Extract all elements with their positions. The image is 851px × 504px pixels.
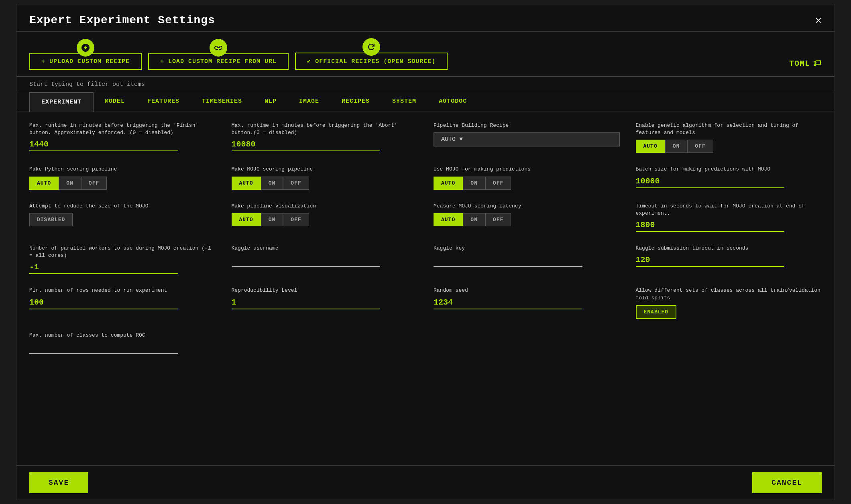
setting-python-pipeline: Make Python scoring pipeline AUTO ON OFF: [29, 166, 216, 189]
load-url-recipe-wrapper: + LOAD CUSTOM RECIPE FROM URL: [148, 39, 289, 70]
tag-icon: 🏷: [813, 59, 822, 68]
setting-reproducibility-level: Reproducibility Level 1: [232, 287, 418, 319]
official-recipe-wrapper: ✔ OFFICIAL RECIPES (OPEN SOURCE): [295, 38, 448, 70]
tab-image[interactable]: IMAGE: [288, 92, 330, 112]
toml-label: TOML 🏷: [789, 59, 822, 70]
modal-header: Expert Experiment Settings ×: [16, 4, 835, 32]
setting-max-runtime-finish: Max. runtime in minutes before triggerin…: [29, 122, 216, 153]
setting-mojo-timeout: Timeout in seconds to wait for MOJO crea…: [636, 203, 822, 232]
setting-value-10080[interactable]: 10080: [232, 140, 381, 151]
tab-timeseries[interactable]: TIMESERIES: [191, 92, 253, 112]
setting-mojo-pipeline: Make MOJO scoring pipeline AUTO ON OFF: [232, 166, 418, 189]
setting-value-10000[interactable]: 10000: [636, 177, 785, 188]
setting-kaggle-username: Kaggle username: [232, 245, 418, 274]
close-button[interactable]: ×: [815, 15, 822, 26]
setting-batch-size-mojo: Batch size for making predictions with M…: [636, 166, 822, 189]
setting-roc-classes: Max. number of classes to compute ROC: [29, 332, 216, 354]
upload-icon: [81, 43, 90, 53]
cancel-button[interactable]: CANCEL: [752, 472, 822, 493]
mojo-latency-auto[interactable]: AUTO: [434, 213, 463, 226]
setting-value-120[interactable]: 120: [636, 255, 785, 267]
mojo-pipeline-on[interactable]: ON: [261, 177, 283, 190]
filter-row: Start typing to filter out items: [16, 77, 835, 92]
setting-value-1440[interactable]: 1440: [29, 140, 178, 151]
official-icon-bubble: [362, 38, 380, 56]
modal-title: Expert Experiment Settings: [29, 14, 215, 26]
genetic-algo-auto[interactable]: AUTO: [636, 140, 665, 153]
tab-model[interactable]: MODEL: [94, 92, 136, 112]
setting-value-kaggle-key[interactable]: [434, 255, 582, 267]
setting-value-roc[interactable]: [29, 342, 178, 354]
save-button[interactable]: SAVE: [29, 472, 88, 493]
setting-value-1234[interactable]: 1234: [434, 298, 582, 309]
use-mojo-toggle: AUTO ON OFF: [434, 177, 620, 190]
tab-autodoc[interactable]: AUTODOC: [428, 92, 478, 112]
mojo-pipeline-toggle: AUTO ON OFF: [232, 177, 418, 190]
upload-icon-bubble: [77, 39, 94, 57]
modal: Expert Experiment Settings × + UPLOAD CU…: [16, 4, 835, 500]
setting-allow-classes: Allow different sets of classes across a…: [636, 287, 822, 319]
tab-system[interactable]: SYSTEM: [381, 92, 428, 112]
setting-max-runtime-abort: Max. runtime in minutes before triggerin…: [232, 122, 418, 153]
python-pipeline-toggle: AUTO ON OFF: [29, 177, 216, 190]
pipeline-viz-toggle: AUTO ON OFF: [232, 213, 418, 226]
tab-recipes[interactable]: RECIPES: [330, 92, 381, 112]
tab-nlp[interactable]: NLP: [253, 92, 288, 112]
refresh-icon: [366, 42, 376, 52]
pipeline-viz-auto[interactable]: AUTO: [232, 213, 261, 226]
footer: SAVE CANCEL: [16, 465, 835, 500]
load-url-icon-bubble: [210, 39, 227, 57]
use-mojo-off[interactable]: OFF: [485, 177, 511, 190]
setting-min-rows: Min. number of rows needed to run experi…: [29, 287, 216, 319]
upload-recipe-wrapper: + UPLOAD CUSTOM RECIPE: [29, 39, 142, 70]
setting-reduce-mojo-size: Attempt to reduce the size of the MOJO D…: [29, 203, 216, 232]
setting-use-mojo-predictions: Use MOJO for making predictions AUTO ON …: [434, 166, 620, 189]
python-pipeline-off[interactable]: OFF: [81, 177, 107, 190]
mojo-latency-off[interactable]: OFF: [485, 213, 511, 226]
python-pipeline-on[interactable]: ON: [59, 177, 81, 190]
mojo-pipeline-off[interactable]: OFF: [283, 177, 309, 190]
mojo-latency-toggle: AUTO ON OFF: [434, 213, 620, 226]
mojo-pipeline-auto[interactable]: AUTO: [232, 177, 261, 190]
setting-mojo-parallel-workers: Number of parallel workers to use during…: [29, 245, 216, 274]
setting-value-neg1[interactable]: -1: [29, 262, 178, 274]
allow-classes-btn[interactable]: ENABLED: [636, 305, 677, 319]
tabs-row: EXPERIMENT MODEL FEATURES TIMESERIES NLP…: [16, 92, 835, 112]
setting-kaggle-key: Kaggle key: [434, 245, 620, 274]
setting-mojo-latency: Measure MOJO scoring latency AUTO ON OFF: [434, 203, 620, 232]
use-mojo-auto[interactable]: AUTO: [434, 177, 463, 190]
pipeline-viz-on[interactable]: ON: [261, 213, 283, 226]
use-mojo-on[interactable]: ON: [463, 177, 485, 190]
setting-value-1[interactable]: 1: [232, 298, 381, 309]
setting-pipeline-visualization: Make pipeline visualization AUTO ON OFF: [232, 203, 418, 232]
tab-features[interactable]: FEATURES: [136, 92, 191, 112]
pipeline-viz-off[interactable]: OFF: [283, 213, 309, 226]
setting-random-seed: Random seed 1234: [434, 287, 620, 319]
setting-kaggle-timeout: Kaggle submission timeout in seconds 120: [636, 245, 822, 274]
reduce-mojo-size-btn[interactable]: DISABLED: [29, 213, 73, 226]
tab-experiment[interactable]: EXPERIMENT: [29, 92, 94, 112]
setting-value-kaggle-username[interactable]: [232, 255, 381, 267]
link-icon: [214, 43, 223, 53]
mojo-latency-on[interactable]: ON: [463, 213, 485, 226]
pipeline-recipe-dropdown[interactable]: AUTO ▼: [434, 132, 620, 146]
settings-content: Max. runtime in minutes before triggerin…: [16, 112, 835, 465]
setting-pipeline-recipe: Pipeline Building Recipe AUTO ▼: [434, 122, 620, 153]
recipe-btn-group: + UPLOAD CUSTOM RECIPE + LOAD CUSTOM REC…: [29, 38, 448, 70]
setting-value-100[interactable]: 100: [29, 298, 178, 309]
genetic-algo-off[interactable]: OFF: [687, 140, 713, 153]
setting-value-1800[interactable]: 1800: [636, 220, 785, 232]
recipe-buttons-row: + UPLOAD CUSTOM RECIPE + LOAD CUSTOM REC…: [16, 32, 835, 77]
python-pipeline-auto[interactable]: AUTO: [29, 177, 59, 190]
setting-genetic-algorithm: Enable genetic algorithm for selection a…: [636, 122, 822, 153]
filter-hint: Start typing to filter out items: [29, 81, 145, 88]
genetic-algo-toggle: AUTO ON OFF: [636, 140, 822, 153]
genetic-algo-on[interactable]: ON: [665, 140, 688, 153]
